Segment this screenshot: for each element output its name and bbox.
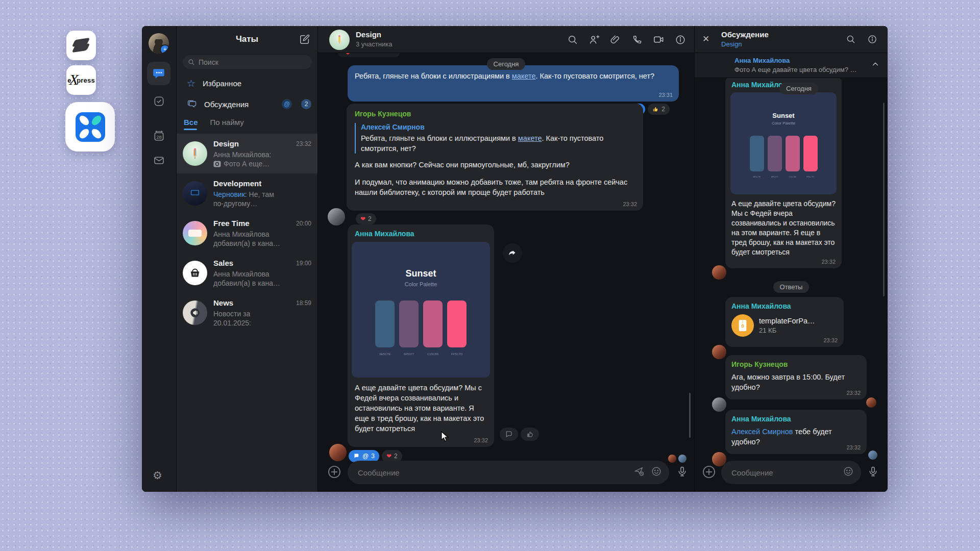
message-input[interactable] (357, 468, 627, 478)
thread-scrollbar[interactable] (883, 103, 885, 296)
layers-icon (72, 38, 90, 53)
conversation-panel: Design 3 участника ❤ Сегодня Ребята, гля… (317, 26, 694, 492)
chat-scrollbar[interactable] (689, 393, 691, 438)
sender-avatar[interactable] (328, 208, 345, 226)
chat-item-development[interactable]: Development Черновик: Не, там по-другому… (177, 173, 317, 213)
thread-emoji-button[interactable] (843, 466, 854, 479)
message-bubble[interactable]: Игорь Кузнецов Алексей Смирнов Ребята, г… (347, 104, 643, 211)
message-bubble[interactable]: Анна Михайлова Sunset Color Palette 3E5C… (725, 76, 842, 268)
file-attachment[interactable]: templateForPa… 21 КБ (731, 314, 838, 337)
chat-item-design[interactable]: Design 23:32 Анна Михайлова: Фото А еще… (177, 134, 317, 173)
chat-list-panel: Чаты Поиск ☆ Избранное Обсуждения @ 2 Вс… (176, 26, 317, 492)
video-call-button[interactable] (653, 34, 665, 47)
mouse-cursor (440, 431, 451, 442)
mention-link[interactable]: Алексей Смирнов (731, 428, 793, 436)
thread-subtitle[interactable]: Design (721, 40, 742, 48)
rail-mail[interactable] (153, 155, 165, 168)
message-bubble[interactable]: Анна Михайлова Sunset Color Palette 3E5C… (348, 224, 494, 447)
sender-avatar[interactable] (329, 444, 347, 461)
chat-avatar (183, 141, 207, 166)
rail-settings[interactable]: ⚙ (153, 469, 162, 482)
forward-arrow-icon (508, 248, 517, 258)
scheduled-send-button[interactable] (633, 466, 645, 479)
compose-button[interactable] (299, 34, 310, 47)
palette-image[interactable]: Sunset Color Palette 3E5C7E 6F5377 C15C8… (730, 92, 837, 194)
read-receipt-avatar (866, 397, 876, 408)
profile-avatar[interactable]: + (149, 33, 169, 54)
discussions-item[interactable]: Обсуждения @ 2 (177, 95, 317, 113)
conversation-avatar[interactable] (329, 30, 350, 50)
gear-icon: ⚙ (153, 469, 162, 481)
chat-time: 19:00 (296, 260, 311, 267)
maket-link[interactable]: макете (512, 72, 536, 80)
attach-plus-button[interactable] (327, 465, 341, 481)
message-own[interactable]: Ребята, гляньте на блоки с иллюстрациями… (348, 65, 679, 102)
sender-name[interactable]: Игорь Кузнецов (355, 110, 635, 118)
tab-hiring[interactable]: По найму (210, 118, 244, 127)
thread-attach-plus-button[interactable] (702, 465, 716, 481)
voice-message-button[interactable] (676, 466, 688, 480)
message-bubble[interactable]: Анна Михайлова Алексей Смирнов тебе буде… (725, 410, 867, 454)
add-member-button[interactable] (589, 34, 600, 47)
tab-all[interactable]: Все (184, 118, 198, 127)
thumbsup-reaction-pill[interactable]: 2 (648, 104, 670, 115)
dock-clover-app[interactable] (65, 102, 115, 152)
sender-name[interactable]: Анна Михайлова (355, 230, 490, 238)
chat-title: Development (213, 179, 261, 188)
emoji-button[interactable] (651, 466, 662, 479)
chat-info-button[interactable] (675, 34, 686, 47)
zip-file-icon (731, 314, 754, 337)
thread-message-input[interactable] (730, 468, 837, 478)
chats-icon (152, 67, 165, 80)
thread-title: Обсуждение (721, 30, 769, 39)
forward-button[interactable] (503, 243, 522, 263)
quoted-message[interactable]: Алексей Смирнов Ребята, гляньте на блоки… (355, 123, 635, 154)
rail-chats-active[interactable] (147, 62, 170, 85)
close-thread-button[interactable]: ✕ (702, 34, 709, 44)
thread-search-button[interactable] (846, 34, 856, 46)
sender-avatar[interactable] (712, 345, 726, 359)
dock-express-app[interactable]: eXpress (66, 65, 96, 95)
message-input-bar (348, 461, 669, 484)
sender-name[interactable]: Анна Михайлова (731, 81, 837, 89)
chat-avatar (183, 181, 207, 206)
swatch (447, 300, 467, 347)
rail-tasks[interactable] (153, 95, 165, 109)
swatch (399, 300, 419, 347)
rail-calendar[interactable]: 28 (153, 130, 165, 144)
sender-avatar[interactable] (712, 397, 726, 412)
maket-link[interactable]: макете (518, 134, 542, 142)
sender-name[interactable]: Анна Михайлова (731, 415, 861, 423)
sender-avatar[interactable] (712, 265, 726, 280)
quick-like-button[interactable] (521, 428, 539, 441)
call-button[interactable] (631, 34, 643, 47)
chat-item-news[interactable]: News 18:59 Новости за20.01.2025: (177, 293, 317, 333)
thread-info-button[interactable] (867, 34, 877, 46)
chat-item-sales[interactable]: Sales 19:00 Анна Михайловадобавил(а) в к… (177, 253, 317, 293)
attach-button[interactable] (610, 34, 621, 47)
chat-preview: Анна Михайловадобавил(а) в кана… (213, 230, 311, 248)
chat-item-freetime[interactable]: Free Time 20:00 Анна Михайловадобавил(а)… (177, 213, 317, 253)
add-status-badge[interactable]: + (160, 44, 169, 54)
search-field[interactable]: Поиск (183, 55, 312, 69)
message-bubble[interactable]: Анна Михайлова templateForPa… 21 КБ 23:3… (725, 297, 844, 347)
mail-icon (153, 155, 165, 166)
favorites-label: Избранное (203, 79, 241, 88)
heart-reaction-pill[interactable]: ❤2 (356, 213, 376, 224)
quick-reply-button[interactable] (500, 428, 518, 441)
star-icon: ☆ (187, 79, 195, 88)
favorites-item[interactable]: ☆ Избранное (177, 74, 317, 92)
message-time: 23:32 (846, 444, 861, 450)
pinned-author: Анна Михайлова (734, 57, 790, 64)
sender-name[interactable]: Игорь Кузнецов (731, 360, 861, 368)
chat-preview: Новости за20.01.2025: (213, 309, 311, 328)
search-in-chat-button[interactable] (567, 34, 578, 47)
palette-image[interactable]: Sunset Color Palette 3E5C7E 6F5377 C15C8… (352, 242, 490, 378)
thread-voice-message-button[interactable] (867, 466, 879, 480)
collapse-pinned-button[interactable] (871, 60, 879, 70)
message-time: 23:32 (623, 201, 637, 207)
pinned-root-bar[interactable]: Анна Михайлова Фото А еще давайте цвета … (695, 53, 888, 78)
sender-name[interactable]: Анна Михайлова (731, 302, 838, 310)
dock-stack-app[interactable] (66, 31, 96, 60)
message-bubble[interactable]: Игорь Кузнецов Ага, можно завтра в 15:00… (725, 355, 867, 399)
